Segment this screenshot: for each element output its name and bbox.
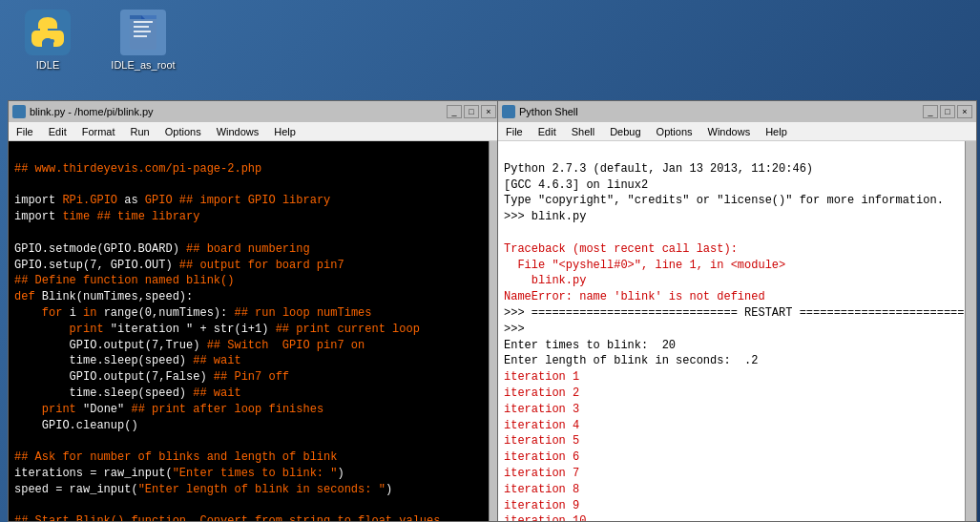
shell-menu-help[interactable]: Help xyxy=(761,126,791,137)
shell-menu-options[interactable]: Options xyxy=(653,126,697,137)
idle-label: IDLE xyxy=(36,59,59,71)
editor-close-button[interactable]: × xyxy=(481,105,496,118)
shell-title-left: Python Shell xyxy=(502,105,578,118)
shell-window: Python Shell _ □ × File Edit Shell Debug… xyxy=(497,100,977,522)
shell-menu-bar: File Edit Shell Debug Options Windows He… xyxy=(498,122,976,141)
shell-title-text: Python Shell xyxy=(519,106,578,117)
idle-icon-img xyxy=(25,10,71,55)
editor-title-left: blink.py - /home/pi/blink.py xyxy=(12,105,154,118)
svg-rect-5 xyxy=(134,26,149,28)
editor-menu-help[interactable]: Help xyxy=(270,126,300,137)
editor-menu-bar: File Edit Format Run Options Windows Hel… xyxy=(9,122,500,141)
shell-maximize-button[interactable]: □ xyxy=(940,105,955,118)
shell-menu-file[interactable]: File xyxy=(502,126,527,137)
idle-as-root-icon[interactable]: IDLE_as_root xyxy=(105,10,181,71)
shell-menu-windows[interactable]: Windows xyxy=(704,126,755,137)
shell-window-icon xyxy=(502,105,515,118)
shell-menu-edit[interactable]: Edit xyxy=(534,126,560,137)
editor-maximize-button[interactable]: □ xyxy=(464,105,479,118)
editor-window: blink.py - /home/pi/blink.py _ □ × File … xyxy=(8,100,501,522)
shell-scrollbar[interactable] xyxy=(965,141,976,521)
editor-title-buttons: _ □ × xyxy=(447,105,496,118)
editor-title-text: blink.py - /home/pi/blink.py xyxy=(30,106,154,117)
shell-menu-debug[interactable]: Debug xyxy=(606,126,644,137)
editor-code-content[interactable]: ## www.thirdeyevis.com/pi-page-2.php imp… xyxy=(9,141,489,521)
idle-icon[interactable]: IDLE xyxy=(10,10,86,71)
editor-title-bar: blink.py - /home/pi/blink.py _ □ × xyxy=(9,101,500,122)
editor-menu-run[interactable]: Run xyxy=(127,126,154,137)
editor-menu-format[interactable]: Format xyxy=(78,126,119,137)
idle-as-root-icon-img xyxy=(120,10,166,55)
editor-menu-options[interactable]: Options xyxy=(161,126,205,137)
svg-rect-7 xyxy=(134,35,147,37)
idle-as-root-label: IDLE_as_root xyxy=(111,59,175,71)
editor-menu-file[interactable]: File xyxy=(12,126,37,137)
shell-title-buttons: _ □ × xyxy=(923,105,972,118)
svg-rect-4 xyxy=(134,21,153,23)
editor-menu-windows[interactable]: Windows xyxy=(213,126,263,137)
editor-minimize-button[interactable]: _ xyxy=(447,105,462,118)
shell-minimize-button[interactable]: _ xyxy=(923,105,938,118)
desktop: IDLE IDLE_as_root xyxy=(0,0,980,522)
shell-close-button[interactable]: × xyxy=(957,105,972,118)
windows-container: blink.py - /home/pi/blink.py _ □ × File … xyxy=(0,100,980,522)
editor-code-area: ## www.thirdeyevis.com/pi-page-2.php imp… xyxy=(9,141,500,521)
svg-rect-6 xyxy=(134,31,151,32)
desktop-icons-area: IDLE IDLE_as_root xyxy=(0,0,980,80)
editor-window-icon xyxy=(12,105,26,118)
editor-menu-edit[interactable]: Edit xyxy=(45,126,71,137)
svg-point-0 xyxy=(41,22,45,26)
shell-menu-shell[interactable]: Shell xyxy=(568,126,598,137)
svg-point-1 xyxy=(51,39,54,43)
shell-output-area: Python 2.7.3 (default, Jan 13 2013, 11:2… xyxy=(498,141,976,521)
shell-output-content[interactable]: Python 2.7.3 (default, Jan 13 2013, 11:2… xyxy=(498,141,965,521)
shell-title-bar: Python Shell _ □ × xyxy=(498,101,976,122)
